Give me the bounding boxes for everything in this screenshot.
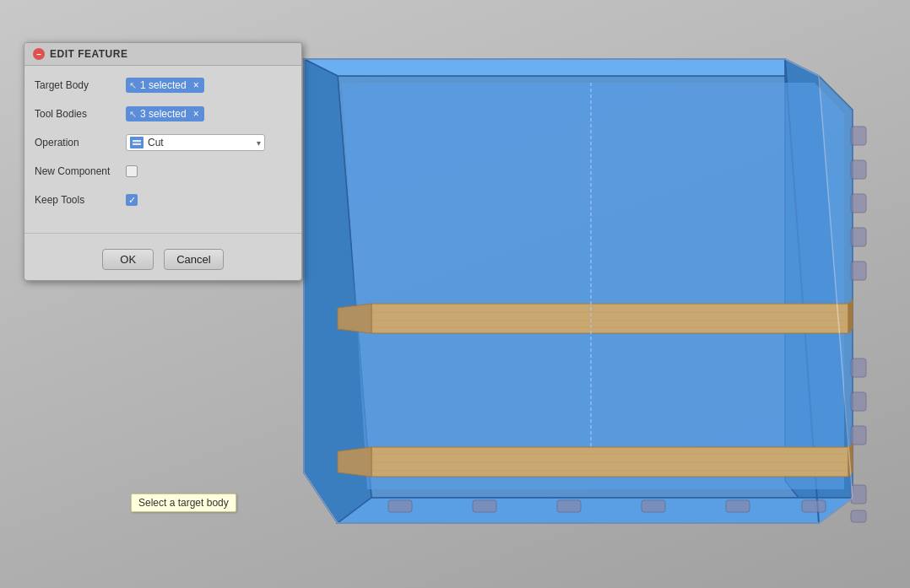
svg-rect-33 — [726, 500, 750, 512]
keep-tools-label: Keep Tools — [35, 194, 126, 206]
new-component-row: New Component — [35, 160, 291, 182]
svg-rect-28 — [851, 510, 866, 522]
svg-rect-29 — [388, 500, 412, 512]
cursor-icon-2: ↖ — [129, 109, 137, 120]
svg-marker-6 — [342, 83, 844, 489]
svg-rect-27 — [851, 485, 866, 504]
tool-bodies-value: 3 selected — [140, 108, 187, 120]
operation-dropdown[interactable]: Cut ▾ — [126, 134, 265, 151]
edit-feature-dialog: – EDIT FEATURE Target Body ↖ 1 selected … — [24, 42, 302, 281]
dialog-title-bar: – EDIT FEATURE — [24, 43, 301, 66]
ok-button[interactable]: OK — [102, 249, 154, 270]
svg-rect-23 — [851, 262, 866, 280]
tool-bodies-selector[interactable]: ↖ 3 selected × — [126, 106, 204, 121]
svg-rect-24 — [851, 359, 866, 377]
svg-rect-20 — [851, 160, 866, 179]
svg-marker-4 — [338, 498, 853, 523]
svg-rect-34 — [802, 500, 826, 512]
svg-rect-22 — [851, 228, 866, 246]
target-body-row: Target Body ↖ 1 selected × — [35, 74, 291, 96]
svg-marker-1 — [304, 59, 819, 76]
cancel-button[interactable]: Cancel — [164, 249, 223, 270]
svg-marker-13 — [371, 447, 848, 477]
dialog-minimize-icon[interactable]: – — [33, 48, 45, 60]
operation-row: Operation Cut ▾ — [35, 132, 291, 154]
svg-rect-30 — [473, 500, 496, 512]
tool-bodies-label: Tool Bodies — [35, 108, 126, 120]
target-body-clear-button[interactable]: × — [193, 80, 199, 90]
tooltip-text: Select a target body — [138, 497, 229, 509]
dialog-buttons: OK Cancel — [24, 240, 301, 280]
svg-marker-7 — [371, 304, 848, 333]
target-body-selector[interactable]: ↖ 1 selected × — [126, 78, 204, 93]
tool-bodies-clear-button[interactable]: × — [193, 109, 199, 119]
chevron-down-icon: ▾ — [257, 138, 261, 148]
svg-marker-12 — [848, 299, 853, 333]
dialog-title: EDIT FEATURE — [50, 48, 127, 60]
svg-rect-31 — [557, 500, 581, 512]
cut-operation-icon — [130, 137, 144, 148]
svg-rect-25 — [851, 392, 866, 411]
cursor-icon: ↖ — [129, 80, 137, 91]
check-icon: ✓ — [128, 195, 136, 206]
new-component-label: New Component — [35, 165, 126, 177]
target-body-value: 1 selected — [140, 79, 187, 91]
tooltip: Select a target body — [131, 494, 236, 512]
dialog-divider — [24, 233, 301, 234]
svg-rect-21 — [851, 194, 866, 213]
target-body-label: Target Body — [35, 79, 126, 91]
svg-rect-19 — [851, 127, 866, 145]
svg-marker-8 — [338, 304, 371, 333]
operation-label: Operation — [35, 137, 126, 148]
new-component-checkbox[interactable] — [126, 165, 138, 177]
dialog-body: Target Body ↖ 1 selected × Tool Bodies ↖… — [24, 66, 301, 226]
svg-marker-14 — [338, 447, 371, 477]
tool-bodies-row: Tool Bodies ↖ 3 selected × — [35, 103, 291, 125]
svg-rect-26 — [851, 426, 866, 445]
keep-tools-row: Keep Tools ✓ — [35, 189, 291, 211]
operation-value: Cut — [148, 137, 164, 148]
shelf-3d-view — [262, 25, 869, 565]
svg-rect-32 — [642, 500, 665, 512]
keep-tools-checkbox[interactable]: ✓ — [126, 194, 138, 206]
